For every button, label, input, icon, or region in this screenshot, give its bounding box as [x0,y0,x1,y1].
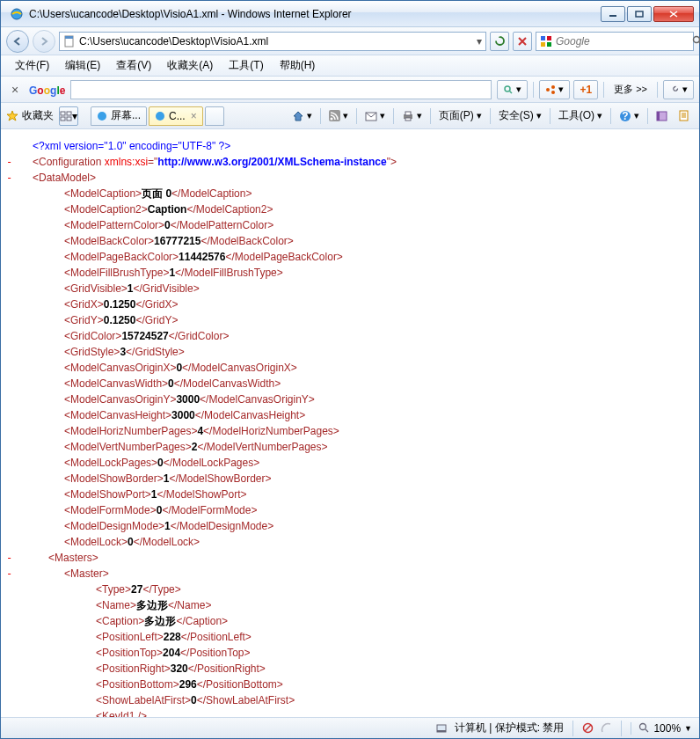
tools-button[interactable]: 工具(O) ▾ [554,106,607,126]
protected-mode-icon [582,722,594,734]
gtoolbar-close-icon[interactable]: × [6,83,24,97]
google-share-button[interactable]: ▾ [539,80,570,99]
research-button[interactable] [674,106,694,126]
dropdown-icon[interactable]: ▾ [477,35,482,48]
search-icon[interactable] [692,35,700,47]
zoom-control[interactable]: 100% ▼ [631,722,692,735]
svg-point-9 [694,37,700,43]
mail-button[interactable]: ▾ [361,106,390,126]
svg-rect-16 [61,117,65,121]
svg-rect-4 [65,36,73,39]
onenote-button[interactable] [652,106,672,126]
maximize-button[interactable] [627,6,652,22]
menu-view[interactable]: 查看(V) [109,55,158,76]
xml-line: <GridVisible>1</GridVisible> [17,281,683,296]
xml-line: <ModelFillBrushType>1</ModelFillBrushTyp… [17,265,683,281]
zone-label: 计算机 | 保护模式: 禁用 [455,721,564,735]
collapse-toggle[interactable]: - [6,170,12,186]
svg-rect-24 [405,112,411,115]
xml-viewer[interactable]: <?xml version="1.0" encoding="UTF-8" ?>-… [1,129,699,717]
minimize-button[interactable] [601,6,625,22]
google-wrench-button[interactable]: ▾ [663,80,694,99]
star-icon [6,110,18,122]
collapse-toggle[interactable]: - [6,154,12,170]
stop-button[interactable] [513,32,532,51]
tab-1[interactable]: 屏幕... [91,106,147,126]
print-button[interactable]: ▾ [397,106,427,126]
forward-button[interactable] [33,30,55,53]
page-icon [63,35,76,48]
svg-point-34 [640,724,646,730]
svg-point-11 [546,88,550,91]
search-box[interactable] [536,32,694,51]
menubar: 文件(F) 编辑(E) 查看(V) 收藏夹(A) 工具(T) 帮助(H) [1,55,699,77]
google-toolbar: × Google ▾ ▾ +1 更多 >> ▾ [1,77,699,103]
svg-rect-14 [61,112,65,115]
xml-line: <ModelCaption>页面 0</ModelCaption> [17,186,683,201]
xml-line: <GridY>0.1250</GridY> [17,312,683,328]
xml-line: <ModelPageBackColor>11442576</ModelPageB… [17,249,683,265]
help-button[interactable]: ?▾ [615,106,644,126]
xml-line: <ModelCaption2>Caption</ModelCaption2> [17,201,683,217]
google-search-input[interactable] [70,80,492,99]
menu-favorites[interactable]: 收藏夹(A) [160,55,220,76]
collapse-toggle[interactable]: - [6,566,12,582]
close-icon[interactable]: × [191,110,197,122]
xml-line: <PositionRight>320</PositionRight> [17,661,683,677]
xml-line: <ModelHorizNumberPages>4</ModelHorizNumb… [17,423,683,439]
collapse-toggle[interactable]: - [6,550,12,566]
address-bar[interactable]: ▾ [59,32,486,51]
svg-rect-32 [437,730,446,732]
window-title: C:\Users\ucancode\Desktop\VisioA1.xml - … [29,8,601,20]
tab-2[interactable]: C...× [149,106,203,126]
xml-line: <GridColor>15724527</GridColor> [17,328,683,344]
svg-rect-6 [547,36,551,40]
xml-line: <ModelDesignMode>1</ModelDesignMode> [17,518,683,534]
statusbar: 计算机 | 保护模式: 禁用 100% ▼ [1,717,699,738]
xml-line: <PositionTop>204</PositionTop> [17,645,683,661]
ie-icon [10,7,24,21]
svg-rect-8 [547,42,551,47]
address-input[interactable] [79,35,473,48]
xml-line: <GridX>0.1250</GridX> [17,296,683,312]
svg-rect-17 [67,117,71,121]
xml-line: <ModelFormMode>0</ModelFormMode> [17,502,683,518]
xml-line: <ModelPatternColor>0</ModelPatternColor> [17,217,683,233]
menu-help[interactable]: 帮助(H) [273,55,323,76]
xml-line: <PositionLeft>228</PositionLeft> [17,629,683,645]
google-more-button[interactable]: 更多 >> [609,80,652,99]
close-button[interactable] [653,6,694,22]
menu-file[interactable]: 文件(F) [8,55,56,76]
menu-edit[interactable]: 编辑(E) [58,55,107,76]
xml-line: <Caption>多边形</Caption> [17,613,683,629]
page-button[interactable]: 页面(P) ▾ [434,106,486,126]
xml-line: <?xml version="1.0" encoding="UTF-8" ?> [17,138,683,154]
xml-line: <ModelBackColor>16777215</ModelBackColor… [17,233,683,249]
zoom-value: 100% [653,722,681,735]
svg-rect-29 [657,112,660,121]
chevron-down-icon[interactable]: ▼ [684,724,692,733]
back-button[interactable] [6,30,29,53]
google-search-button[interactable]: ▾ [497,80,528,99]
favorites-button[interactable]: 收藏夹 [6,108,54,123]
home-button[interactable]: ▾ [288,106,317,126]
svg-rect-2 [636,11,643,17]
command-bar: ▾ ▾ ▾ ▾ 页面(P) ▾ 安全(S) ▾ 工具(O) ▾ ?▾ [288,106,694,126]
svg-rect-5 [541,36,545,40]
xml-line: <ModelLock>0</ModelLock> [17,534,683,550]
quick-tabs-button[interactable]: ▾ [59,106,78,126]
menu-tools[interactable]: 工具(T) [222,55,270,76]
xml-line: <ModelVertNumberPages>2</ModelVertNumber… [17,439,683,455]
offline-icon [601,722,612,734]
svg-point-21 [330,118,332,121]
xml-line: <PositionBottom>296</PositionBottom> [17,677,683,692]
search-input[interactable] [556,35,689,48]
xml-line: -<Master> [17,566,683,582]
xml-line: <ShowLabelAtFirst>0</ShowLabelAtFirst> [17,692,683,708]
xml-line: <ModelCanvasOriginX>0</ModelCanvasOrigin… [17,360,683,376]
google-plus-one-button[interactable]: +1 [573,80,598,99]
refresh-button[interactable] [490,32,509,51]
new-tab-button[interactable] [205,106,224,126]
safety-button[interactable]: 安全(S) ▾ [494,106,546,126]
feeds-button[interactable]: ▾ [324,106,353,126]
